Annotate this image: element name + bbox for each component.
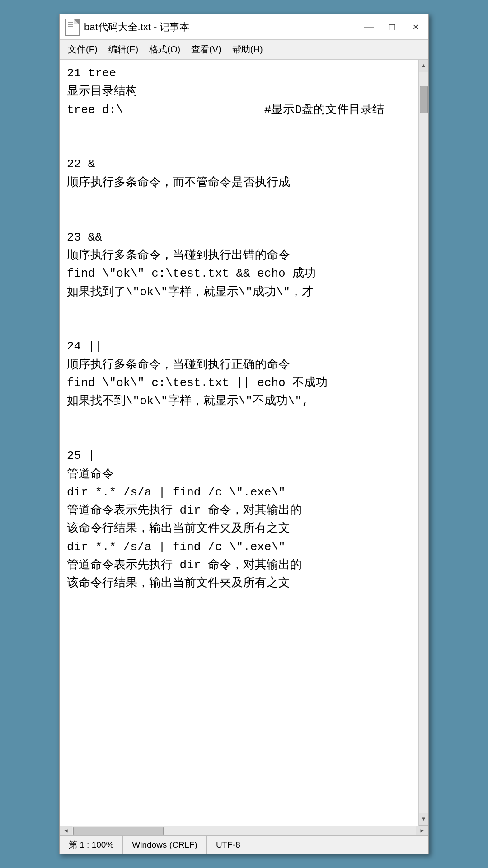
notepad-window: bat代码大全.txt - 记事本 — □ × 文件(F) 编辑(E) 格式(O…: [59, 14, 429, 854]
horizontal-scrollbar[interactable]: ◀ ▶: [60, 826, 428, 835]
menu-format[interactable]: 格式(O): [145, 42, 185, 57]
scroll-right-button[interactable]: ▶: [416, 826, 428, 836]
menu-view[interactable]: 查看(V): [187, 42, 226, 57]
window-controls: — □ ×: [361, 22, 423, 32]
status-encoding: UTF-8: [207, 836, 249, 854]
menu-bar: 文件(F) 编辑(E) 格式(O) 查看(V) 帮助(H): [60, 40, 428, 60]
status-position: 第 1 : 100%: [60, 836, 123, 854]
scroll-thumb-v[interactable]: [420, 86, 428, 113]
menu-help[interactable]: 帮助(H): [228, 42, 267, 57]
scroll-thumb-h[interactable]: [73, 827, 164, 835]
title-left: bat代码大全.txt - 记事本: [65, 19, 189, 36]
scroll-left-button[interactable]: ◀: [60, 826, 72, 836]
vertical-scrollbar[interactable]: ▲ ▼: [418, 60, 428, 826]
title-bar: bat代码大全.txt - 记事本 — □ ×: [60, 14, 428, 40]
scroll-track-h[interactable]: [72, 826, 416, 835]
minimize-button[interactable]: —: [361, 22, 376, 32]
scroll-track-v[interactable]: [419, 72, 428, 813]
document-icon: [65, 19, 80, 36]
status-line-ending: Windows (CRLF): [123, 836, 207, 854]
close-button[interactable]: ×: [408, 22, 423, 32]
menu-edit[interactable]: 编辑(E): [104, 42, 143, 57]
text-editor[interactable]: 21 tree 显示目录结构 tree d:\ #显示D盘的文件目录结 22 &…: [60, 60, 418, 826]
content-area: 21 tree 显示目录结构 tree d:\ #显示D盘的文件目录结 22 &…: [60, 60, 428, 826]
scroll-up-button[interactable]: ▲: [419, 60, 429, 72]
status-bar: 第 1 : 100% Windows (CRLF) UTF-8: [60, 835, 428, 854]
menu-file[interactable]: 文件(F): [63, 42, 102, 57]
window-title: bat代码大全.txt - 记事本: [84, 20, 189, 34]
scroll-down-button[interactable]: ▼: [419, 813, 429, 826]
maximize-button[interactable]: □: [385, 22, 399, 32]
